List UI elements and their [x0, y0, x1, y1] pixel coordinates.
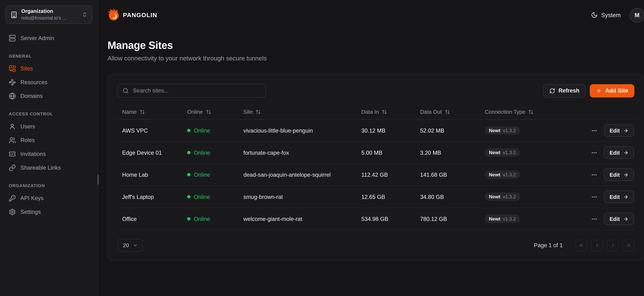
page-size-value: 20 — [123, 242, 129, 248]
sidebar-item-label: Resources — [20, 79, 48, 86]
chevron-right-icon — [610, 242, 616, 248]
row-menu-button[interactable] — [590, 171, 598, 178]
server-icon — [9, 35, 16, 42]
online-status-cell: Online — [187, 128, 244, 134]
link-icon — [9, 164, 16, 171]
arrow-right-icon — [623, 172, 628, 177]
data-in-cell: 112.42 GB — [362, 172, 420, 178]
column-header-site[interactable]: Site — [244, 108, 362, 115]
arrow-up-down-icon — [140, 109, 145, 114]
edit-button[interactable]: Edit — [604, 190, 634, 203]
chevron-left-icon — [594, 242, 600, 248]
sidebar-resize-handle[interactable] — [98, 175, 99, 185]
data-out-cell: 52.02 MB — [420, 128, 485, 134]
table-row: AWS VPC Online vivacious-little-blue-pen… — [118, 120, 634, 142]
online-status-label: Online — [194, 216, 210, 222]
refresh-label: Refresh — [558, 88, 580, 94]
online-status-cell: Online — [187, 150, 244, 156]
column-header-name[interactable]: Name — [122, 108, 187, 115]
sidebar-item-shareable-links[interactable]: Shareable Links — [6, 161, 92, 175]
ellipsis-icon — [591, 194, 598, 200]
theme-toggle-button[interactable]: System — [591, 12, 621, 18]
edit-button[interactable]: Edit — [604, 212, 634, 225]
connection-type-badge: Newt v1.3.2 — [485, 215, 520, 223]
connection-type-badge: Newt v1.3.2 — [485, 170, 520, 179]
sidebar-item-label: Shareable Links — [20, 164, 61, 171]
row-menu-button[interactable] — [590, 193, 598, 201]
sites-table-card: Refresh Add Site Name Online Site Data I… — [108, 74, 644, 260]
ellipsis-icon — [591, 216, 598, 222]
plus-icon — [596, 88, 602, 94]
section-heading-general: GENERAL — [9, 53, 92, 58]
section-heading-access-control: ACCESS CONTROL — [9, 111, 92, 116]
column-header-online[interactable]: Online — [187, 108, 244, 115]
online-status-label: Online — [194, 194, 210, 200]
online-status-cell: Online — [187, 172, 244, 178]
sidebar: Organization milo@fossorial.io's ... Ser… — [0, 0, 98, 296]
sidebar-item-server-admin[interactable]: Server Admin — [6, 31, 92, 45]
connection-type-badge: Newt v1.3.2 — [485, 148, 520, 157]
row-menu-button[interactable] — [590, 149, 598, 156]
sidebar-item-sites[interactable]: Sites — [6, 62, 92, 76]
sidebar-item-settings[interactable]: Settings — [6, 205, 92, 219]
online-status-label: Online — [194, 172, 210, 178]
search-input[interactable] — [118, 84, 266, 98]
refresh-button[interactable]: Refresh — [543, 84, 586, 98]
edit-button[interactable]: Edit — [604, 168, 634, 181]
sidebar-item-invitations[interactable]: Invitations — [6, 147, 92, 161]
column-header-data-in[interactable]: Data In — [362, 108, 420, 115]
site-id-cell: fortunate-cape-fox — [244, 150, 362, 156]
site-name-cell: Edge Device 01 — [122, 150, 187, 156]
user-icon — [9, 123, 16, 130]
ellipsis-icon — [591, 172, 598, 178]
avatar[interactable]: M — [630, 8, 644, 22]
sidebar-item-api-keys[interactable]: API Keys — [6, 191, 92, 205]
site-id-cell: vivacious-little-blue-penguin — [244, 128, 362, 134]
search-icon — [122, 88, 129, 94]
org-selector[interactable]: Organization milo@fossorial.io's ... — [6, 6, 92, 24]
brand-logo: PANGOLIN — [108, 9, 157, 21]
next-page-button[interactable] — [607, 239, 619, 251]
brand-name: PANGOLIN — [123, 12, 158, 18]
moon-icon — [591, 12, 598, 18]
arrow-right-icon — [623, 194, 628, 200]
sidebar-item-domains[interactable]: Domains — [6, 89, 92, 103]
first-page-button[interactable] — [575, 239, 587, 251]
sidebar-item-resources[interactable]: Resources — [6, 76, 92, 89]
page-size-select[interactable]: 20 — [118, 239, 143, 252]
table-toolbar: Refresh Add Site — [118, 74, 634, 98]
table-row: Edge Device 01 Online fortunate-cape-fox… — [118, 142, 634, 164]
sidebar-item-label: Settings — [20, 209, 41, 215]
online-status-cell: Online — [187, 194, 244, 200]
section-heading-organization: ORGANIZATION — [9, 183, 92, 188]
connection-type-badge: Newt v1.3.2 — [485, 192, 520, 201]
online-status-label: Online — [194, 128, 210, 134]
last-page-button[interactable] — [623, 239, 634, 251]
row-menu-button[interactable] — [590, 126, 598, 134]
table-row: Jeff's Laptop Online smug-brown-rat 12.6… — [118, 186, 634, 208]
sidebar-item-label: Sites — [20, 66, 33, 72]
pangolin-logo-icon — [108, 9, 120, 21]
edit-button[interactable]: Edit — [604, 124, 634, 137]
edit-button[interactable]: Edit — [604, 146, 634, 159]
column-header-data-out[interactable]: Data Out — [420, 108, 485, 115]
ticket-check-icon — [9, 150, 16, 158]
online-status-cell: Online — [187, 216, 244, 222]
sidebar-item-label: API Keys — [20, 195, 44, 201]
table-footer: 20 Page 1 of 1 — [118, 230, 634, 260]
online-status-dot — [187, 173, 190, 176]
theme-toggle-label: System — [601, 12, 620, 18]
chevrons-up-down-icon — [82, 12, 88, 18]
site-id-cell: dead-san-joaquin-antelope-squirrel — [244, 172, 362, 178]
page-subtitle: Allow connectivity to your network throu… — [108, 54, 644, 62]
row-menu-button[interactable] — [590, 215, 598, 223]
users-icon — [9, 137, 16, 144]
sidebar-item-label: Invitations — [20, 151, 46, 157]
previous-page-button[interactable] — [591, 239, 603, 251]
site-id-cell: welcome-giant-mole-rat — [244, 216, 362, 222]
app-root: Organization milo@fossorial.io's ... Ser… — [0, 0, 644, 296]
column-header-connection-type[interactable]: Connection Type — [485, 108, 564, 115]
sidebar-item-users[interactable]: Users — [6, 120, 92, 134]
add-site-button[interactable]: Add Site — [590, 84, 634, 98]
sidebar-item-roles[interactable]: Roles — [6, 134, 92, 147]
